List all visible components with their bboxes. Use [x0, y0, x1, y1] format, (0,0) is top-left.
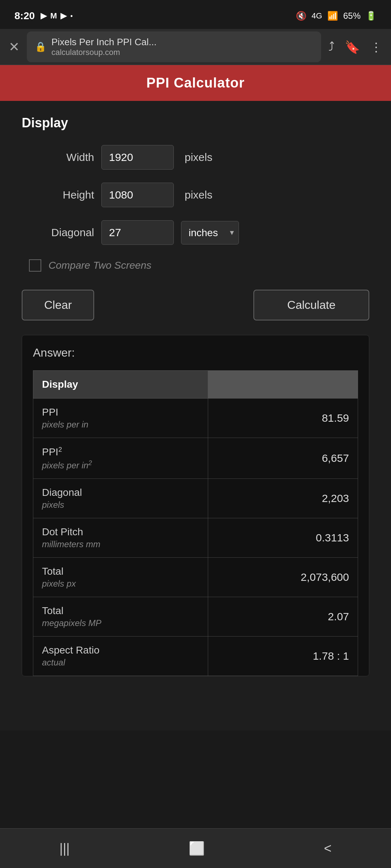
calculator-title: PPI Calculator	[146, 75, 245, 90]
compare-checkbox[interactable]	[29, 259, 41, 272]
diagonal-unit-select[interactable]: inches cm	[181, 221, 239, 244]
gmail-icon: M	[50, 11, 57, 21]
ppi2-label-cell: PPI2 pixels per in2	[33, 438, 208, 479]
clear-button[interactable]: Clear	[22, 290, 94, 320]
aspect-value: 1.78 : 1	[208, 637, 358, 676]
totalpx-sublabel: pixels px	[42, 579, 199, 589]
totalpx-label-cell: Total pixels px	[33, 558, 208, 597]
close-icon[interactable]: ✕	[9, 39, 20, 55]
totalmp-value: 2.07	[208, 597, 358, 637]
url-bar[interactable]: 🔒 Pixels Per Inch PPI Cal... calculators…	[27, 31, 321, 62]
ppi-value: 81.59	[208, 399, 358, 438]
main-content: Display Width pixels Height pixels Diago…	[0, 101, 391, 731]
height-label: Height	[22, 189, 94, 201]
nav-back-icon[interactable]: <	[324, 841, 332, 856]
battery-text: 65%	[343, 11, 361, 21]
diagonal-result-value: 2,203	[208, 479, 358, 518]
calculate-button[interactable]: Calculate	[253, 290, 369, 320]
mute-icon: 🔇	[296, 11, 307, 21]
status-time: 8:20 ▶ M ▶ •	[14, 10, 73, 22]
nav-home-icon[interactable]: ⬜	[189, 841, 205, 856]
totalmp-label: Total	[42, 605, 199, 617]
diagonal-label: Diagonal	[22, 226, 94, 239]
nav-menu-icon[interactable]: |||	[59, 841, 70, 856]
youtube2-icon: ▶	[60, 11, 67, 21]
height-unit: pixels	[185, 189, 213, 201]
table-header-value	[208, 371, 358, 399]
buttons-row: Clear Calculate	[22, 290, 369, 320]
browser-actions: ⤴ 🔖 ⋮	[328, 40, 382, 54]
width-unit: pixels	[185, 151, 213, 163]
compare-label: Compare Two Screens	[49, 260, 151, 271]
table-row: Dot Pitch millimeters mm 0.3113	[33, 518, 358, 558]
url-content: Pixels Per Inch PPI Cal... calculatorsou…	[51, 37, 156, 57]
status-right-area: 🔇 4G 📶 65% 🔋	[296, 11, 377, 21]
answer-section: Answer: Display PPI pixels per in 81.59	[22, 335, 369, 676]
status-icons: ▶ M ▶ •	[41, 11, 73, 21]
dotpitch-value: 0.3113	[208, 518, 358, 558]
height-row: Height pixels	[22, 183, 369, 207]
ppi2-label: PPI2	[42, 446, 199, 458]
height-input[interactable]	[101, 183, 174, 207]
diagonal-result-label: Diagonal	[42, 487, 199, 498]
table-row: Total pixels px 2,073,600	[33, 558, 358, 597]
totalpx-label: Total	[42, 566, 199, 577]
ppi-label: PPI	[42, 407, 199, 418]
dotpitch-sublabel: millimeters mm	[42, 539, 199, 549]
answer-label: Answer:	[33, 346, 358, 359]
diagonal-row: Diagonal inches cm	[22, 220, 369, 245]
calculator-header: PPI Calculator	[0, 65, 391, 101]
table-row: Aspect Ratio actual 1.78 : 1	[33, 637, 358, 676]
diagonal-unit-wrapper: inches cm	[181, 221, 239, 244]
share-icon[interactable]: ⤴	[328, 40, 335, 54]
browser-bar: ✕ 🔒 Pixels Per Inch PPI Cal... calculato…	[0, 29, 391, 65]
url-domain: calculatorsoup.com	[51, 48, 156, 57]
lock-icon: 🔒	[35, 41, 46, 52]
diagonal-label-cell: Diagonal pixels	[33, 479, 208, 518]
ppi-sublabel: pixels per in	[42, 420, 199, 430]
status-bar: 8:20 ▶ M ▶ • 🔇 4G 📶 65% 🔋	[0, 0, 391, 29]
table-row: PPI2 pixels per in2 6,657	[33, 438, 358, 479]
aspect-label: Aspect Ratio	[42, 644, 199, 656]
totalmp-sublabel: megapixels MP	[42, 618, 199, 628]
nav-bar: ||| ⬜ <	[0, 828, 391, 868]
bookmark-icon[interactable]: 🔖	[345, 40, 360, 54]
time-text: 8:20	[14, 10, 35, 22]
width-row: Width pixels	[22, 145, 369, 170]
totalpx-value: 2,073,600	[208, 558, 358, 597]
results-table: Display PPI pixels per in 81.59 PPI2	[33, 370, 358, 676]
table-header-display: Display	[33, 371, 208, 399]
table-row: PPI pixels per in 81.59	[33, 399, 358, 438]
dot-icon: •	[70, 12, 72, 20]
table-row: Diagonal pixels 2,203	[33, 479, 358, 518]
youtube-icon: ▶	[41, 11, 47, 21]
ppi2-sublabel: pixels per in2	[42, 459, 199, 471]
more-icon[interactable]: ⋮	[370, 40, 382, 54]
width-label: Width	[22, 151, 94, 163]
display-section-title: Display	[22, 115, 369, 131]
dotpitch-label: Dot Pitch	[42, 526, 199, 538]
nav-spacer	[22, 676, 369, 716]
signal-bars-icon: 📶	[327, 11, 338, 21]
diagonal-result-sublabel: pixels	[42, 500, 199, 510]
dotpitch-label-cell: Dot Pitch millimeters mm	[33, 518, 208, 558]
totalmp-label-cell: Total megapixels MP	[33, 597, 208, 637]
diagonal-input[interactable]	[101, 220, 174, 245]
page-title: Pixels Per Inch PPI Cal...	[51, 37, 156, 47]
battery-icon: 🔋	[366, 11, 377, 21]
width-input[interactable]	[101, 145, 174, 170]
aspect-label-cell: Aspect Ratio actual	[33, 637, 208, 676]
aspect-sublabel: actual	[42, 658, 199, 668]
compare-row: Compare Two Screens	[22, 259, 369, 272]
signal-text: 4G	[312, 11, 322, 21]
table-row: Total megapixels MP 2.07	[33, 597, 358, 637]
ppi-label-cell: PPI pixels per in	[33, 399, 208, 438]
ppi2-value: 6,657	[208, 438, 358, 479]
